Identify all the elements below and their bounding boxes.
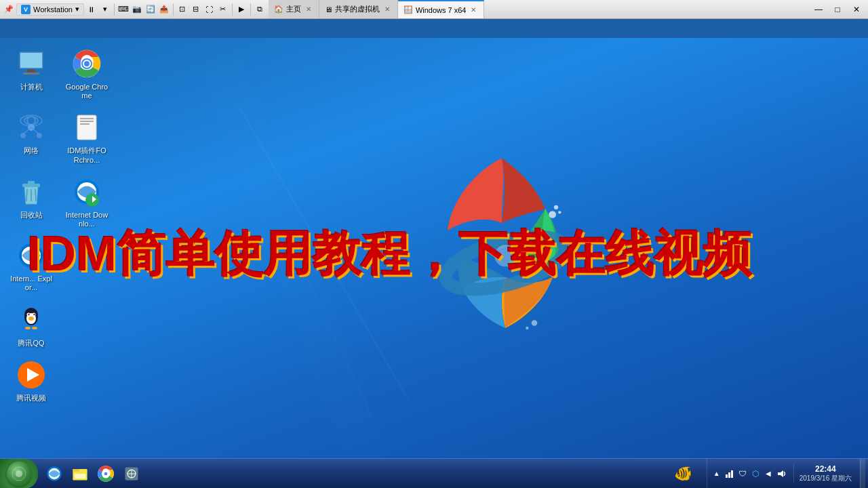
svg-point-6 — [526, 327, 528, 329]
view-icon[interactable]: ⊡ — [176, 3, 189, 16]
view3-icon[interactable]: ✂ — [217, 3, 229, 16]
separator-1 — [114, 3, 115, 16]
icon-row-6: 腾讯视频 — [7, 356, 111, 405]
svg-point-22 — [20, 133, 26, 138]
taskbar: 🐠 ▲ 🛡 ⬡ ◀ — [0, 458, 868, 488]
svg-point-2 — [549, 211, 556, 218]
recycle-bin-icon[interactable]: 回收站 — [7, 173, 56, 231]
send-ctrl-alt-del-icon[interactable]: ⌨ — [117, 3, 130, 16]
qq-icon-img — [15, 304, 47, 336]
svg-point-3 — [554, 205, 558, 209]
titlebar-left: 📌 V Workstation ▾ ⏸ ▾ ⌨ 📷 🔄 📤 ⊡ ⊟ ⛶ ✂ ▶ … — [0, 3, 266, 16]
icon-row-2: 网络 IDM插件FORchro... — [7, 108, 111, 167]
close-button[interactable]: ✕ — [848, 3, 865, 16]
svg-point-16 — [27, 117, 35, 125]
chrome-icon-img — [71, 47, 103, 80]
bluetooth-systray-icon[interactable]: ⬡ — [750, 468, 761, 479]
svg-rect-60 — [75, 474, 86, 479]
tencent-video-label: 腾讯视频 — [16, 394, 46, 403]
computer-icon[interactable]: 计算机 — [7, 45, 56, 103]
start-orb — [7, 462, 31, 486]
taskbar-ie-icon[interactable] — [42, 462, 66, 486]
svg-rect-70 — [731, 470, 733, 478]
vmware-icon: V — [21, 5, 31, 14]
svg-point-50 — [25, 327, 31, 329]
view2-icon[interactable]: ⊟ — [190, 3, 202, 16]
ie-download-icon[interactable]: Internet Downlo... — [62, 173, 111, 231]
tab-win7[interactable]: 🪟 Windows 7 x64 ✕ — [398, 0, 485, 18]
computer-label: 计算机 — [20, 83, 43, 92]
clock-time: 22:44 — [815, 464, 836, 474]
svg-point-48 — [33, 313, 35, 314]
arrow-systray-icon[interactable]: ◀ — [763, 468, 774, 479]
svg-point-4 — [558, 211, 561, 214]
idm-plugin-icon[interactable]: IDM插件FORchro... — [62, 108, 111, 167]
idm-plugin-icon-img — [71, 111, 103, 144]
workstation-dropdown-icon[interactable]: ▾ — [75, 5, 79, 14]
workstation-button[interactable]: V Workstation ▾ — [16, 3, 84, 16]
workstation-label: Workstation — [33, 5, 73, 14]
svg-rect-38 — [87, 197, 91, 201]
computer-icon-img — [15, 47, 47, 80]
fullscreen-icon[interactable]: ⛶ — [203, 3, 216, 16]
svg-rect-10 — [23, 73, 39, 75]
svg-rect-59 — [73, 468, 79, 471]
show-hidden-icons[interactable]: ▲ — [711, 468, 722, 479]
tab-shared-vm[interactable]: 🖥 共享的虚拟机 ✕ — [319, 0, 398, 18]
network-icon[interactable]: 网络 — [7, 108, 56, 167]
svg-point-63 — [104, 472, 108, 475]
taskbar-extra-icon[interactable] — [119, 462, 144, 486]
recycle-bin-icon-img — [15, 176, 47, 208]
tencent-video-icon[interactable]: 腾讯视频 — [7, 356, 56, 405]
recycle-bin-label: 回收站 — [20, 211, 43, 220]
icon-row-5: 腾讯QQ — [7, 301, 111, 350]
svg-rect-9 — [27, 69, 35, 73]
taskbar-explorer-icon[interactable] — [68, 462, 92, 486]
titlebar-tabs: 🏠 主页 ✕ 🖥 共享的虚拟机 ✕ 🪟 Windows 7 x64 ✕ — [269, 0, 810, 18]
clock[interactable]: 22:44 2019/3/16 星期六 — [793, 464, 857, 483]
tab-home[interactable]: 🏠 主页 ✕ — [269, 0, 319, 18]
tab-win7-close[interactable]: ✕ — [469, 5, 478, 15]
start-button[interactable] — [0, 459, 38, 489]
qq-label: 腾讯QQ — [18, 339, 44, 348]
volume-systray-icon[interactable] — [776, 468, 787, 479]
taskbar-chrome-icon[interactable] — [94, 462, 118, 486]
svg-rect-27 — [80, 123, 90, 125]
show-desktop-button[interactable] — [860, 459, 865, 489]
tab-shared-label: 共享的虚拟机 — [335, 4, 380, 14]
tab-home-close[interactable]: ✕ — [304, 5, 313, 14]
qq-icon[interactable]: 腾讯QQ — [7, 301, 56, 350]
snapshot2-icon[interactable]: 🔄 — [144, 3, 157, 16]
snapshot3-icon[interactable]: 📤 — [158, 3, 170, 16]
titlebar-pin-icon[interactable]: 📌 — [3, 3, 15, 16]
network-systray-icon[interactable] — [724, 468, 735, 479]
minimize-button[interactable]: — — [810, 3, 827, 16]
terminal-icon[interactable]: ▶ — [235, 3, 248, 16]
snapshot-icon[interactable]: 📷 — [131, 3, 143, 16]
svg-rect-26 — [80, 121, 94, 122]
svg-point-49 — [28, 317, 34, 321]
svg-point-23 — [37, 133, 42, 138]
maximize-button[interactable]: □ — [829, 3, 846, 16]
chrome-label: Google Chrome — [65, 83, 108, 100]
popup-icon[interactable]: ⧉ — [254, 3, 266, 16]
titlebar-controls: — □ ✕ — [810, 3, 868, 16]
fish-widget[interactable]: 🐠 — [663, 460, 704, 487]
svg-rect-30 — [28, 181, 35, 184]
separator-2 — [173, 3, 174, 16]
pause-button[interactable]: ⏸ — [85, 3, 98, 16]
chrome-icon[interactable]: Google Chrome — [62, 45, 111, 103]
vmware-titlebar: 📌 V Workstation ▾ ⏸ ▾ ⌨ 📷 🔄 📤 ⊡ ⊟ ⛶ ✂ ▶ … — [0, 0, 868, 19]
separator-3 — [232, 3, 233, 16]
svg-point-55 — [16, 470, 22, 477]
shared-vm-icon: 🖥 — [325, 5, 332, 14]
network-icon-img — [15, 111, 47, 144]
pause-dropdown-icon[interactable]: ▾ — [99, 3, 111, 16]
icon-row-3: 回收站 Internet Downlo... — [7, 173, 111, 231]
taskbar-right: 🐠 ▲ 🛡 ⬡ ◀ — [663, 459, 868, 489]
svg-marker-71 — [778, 470, 783, 477]
security-systray-icon[interactable]: 🛡 — [737, 468, 748, 479]
desktop-icons: 计算机 — [7, 45, 111, 405]
tab-shared-close[interactable]: ✕ — [382, 5, 392, 14]
svg-point-5 — [532, 320, 538, 326]
